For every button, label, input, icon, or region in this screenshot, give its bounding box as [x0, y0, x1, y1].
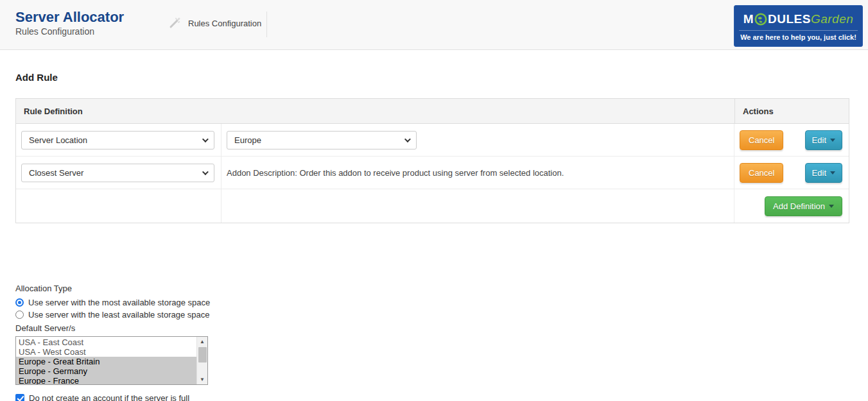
scrollbar[interactable]: ▲ ▼	[196, 337, 207, 384]
checkbox-label: Do not create an account if the server i…	[29, 393, 189, 401]
full-server-checkbox[interactable]	[15, 394, 24, 401]
title-block: Server Allocator Rules Configuration	[15, 10, 124, 37]
modulesgarden-logo: M DULES Garden	[734, 12, 862, 27]
page-header: Server Allocator Rules Configuration Rul…	[0, 0, 868, 50]
table-row-add: Add Definition	[16, 189, 849, 223]
column-header-rule-definition: Rule Definition	[16, 99, 734, 123]
listbox-items: USA - East Coast USA - West Coast Europe…	[16, 337, 196, 385]
addon-description-text: Addon Description: Order this addon to r…	[227, 168, 564, 178]
rules-table: Rule Definition Actions Server Location …	[15, 98, 849, 223]
allocation-form: Allocation Type Use server with the most…	[15, 284, 210, 401]
default-servers-label: Default Server/s	[15, 323, 210, 333]
list-item[interactable]: Europe - Germany	[16, 366, 196, 376]
logo-divider	[739, 30, 858, 31]
tab-rules-configuration[interactable]: Rules Configuration	[168, 17, 261, 30]
radio-label: Use server with the least available stor…	[28, 310, 210, 320]
allocation-type-label: Allocation Type	[15, 284, 210, 293]
value-cell	[221, 189, 734, 223]
actions-cell: Add Definition	[734, 189, 849, 223]
rule-condition-select[interactable]: Server Location	[21, 131, 214, 149]
globe-icon	[754, 13, 767, 26]
add-definition-label: Add Definition	[773, 201, 825, 211]
allocation-radio-most[interactable]: Use server with the most available stora…	[15, 298, 210, 307]
page-title: Server Allocator	[15, 10, 124, 25]
condition-cell: Server Location	[16, 124, 221, 156]
modulesgarden-banner[interactable]: M DULES Garden We are here to help you, …	[734, 5, 863, 47]
tab-divider	[266, 12, 267, 37]
select-value: Europe	[234, 135, 261, 145]
table-row: Closest Server Addon Description: Order …	[16, 157, 849, 189]
select-value: Closest Server	[29, 168, 83, 178]
edit-button[interactable]: Edit	[805, 163, 842, 183]
table-header-row: Rule Definition Actions	[16, 99, 849, 124]
cancel-button[interactable]: Cancel	[740, 130, 783, 150]
add-rule-heading: Add Rule	[15, 72, 58, 83]
select-value: Server Location	[29, 135, 87, 145]
radio-icon[interactable]	[15, 298, 24, 307]
tab-label: Rules Configuration	[188, 19, 261, 28]
chevron-down-icon	[404, 136, 411, 142]
chevron-down-icon	[202, 169, 209, 175]
rule-condition-select[interactable]: Closest Server	[21, 164, 214, 182]
scrollbar-thumb[interactable]	[198, 347, 207, 363]
condition-cell	[16, 189, 221, 223]
page-subtitle: Rules Configuration	[15, 26, 124, 37]
list-item[interactable]: Europe - Great Britain	[16, 357, 196, 366]
list-item[interactable]: USA - East Coast	[16, 337, 196, 347]
scroll-up-icon[interactable]: ▲	[197, 337, 207, 346]
logo-tagline: We are here to help you, just click!	[734, 33, 862, 41]
condition-cell: Closest Server	[16, 157, 221, 189]
actions-cell: Cancel Edit	[734, 157, 849, 189]
value-cell: Addon Description: Order this addon to r…	[221, 157, 734, 189]
allocation-radio-least[interactable]: Use server with the least available stor…	[15, 310, 210, 320]
edit-label: Edit	[812, 135, 826, 145]
full-server-checkbox-row[interactable]: Do not create an account if the server i…	[15, 393, 210, 401]
radio-label: Use server with the most available stora…	[28, 298, 210, 307]
rule-value-select[interactable]: Europe	[227, 131, 417, 149]
logo-text-m: M	[743, 12, 754, 26]
logo-text-garden: Garden	[811, 12, 853, 26]
chevron-down-icon	[202, 136, 209, 142]
list-item[interactable]: USA - West Coast	[16, 347, 196, 357]
wand-icon	[168, 17, 181, 30]
cancel-button[interactable]: Cancel	[740, 163, 783, 183]
radio-icon[interactable]	[15, 311, 24, 319]
add-definition-button[interactable]: Add Definition	[765, 196, 842, 216]
caret-down-icon	[829, 205, 834, 208]
default-servers-listbox[interactable]: USA - East Coast USA - West Coast Europe…	[15, 336, 208, 385]
column-header-actions: Actions	[734, 99, 849, 123]
caret-down-icon	[830, 171, 835, 175]
value-cell: Europe	[221, 124, 734, 156]
caret-down-icon	[830, 139, 835, 142]
table-row: Server Location Europe Cancel Edit	[16, 124, 849, 157]
scroll-down-icon[interactable]: ▼	[197, 375, 207, 384]
edit-label: Edit	[812, 168, 826, 178]
actions-cell: Cancel Edit	[734, 124, 849, 156]
list-item[interactable]: Europe - France	[16, 376, 196, 385]
edit-button[interactable]: Edit	[805, 130, 842, 150]
logo-text-dules: DULES	[768, 12, 811, 26]
